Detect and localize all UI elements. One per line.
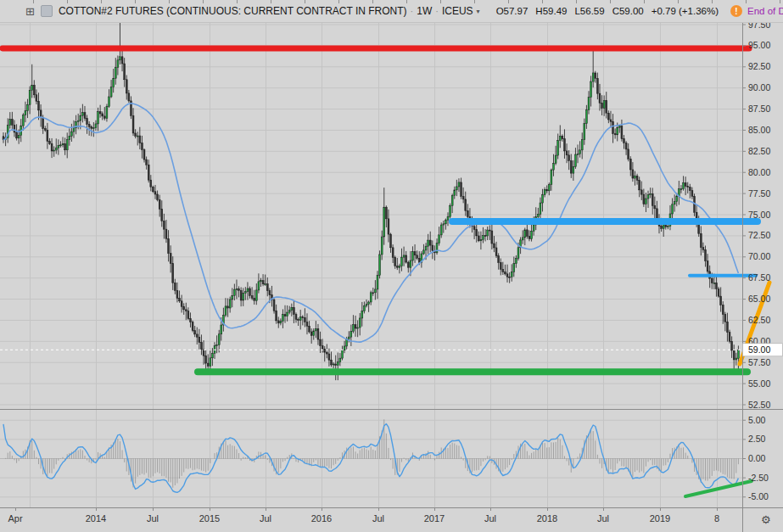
ohlc-close: C59.00: [612, 6, 644, 16]
time-tick-label: Jul: [372, 513, 384, 524]
add-symbol-icon[interactable]: ⊞: [25, 6, 35, 17]
time-tick-label: 2016: [311, 513, 332, 524]
end-of-day-label: End of Day: [747, 6, 783, 16]
price-tick-label: 92.50: [748, 61, 770, 71]
price-tick-label: 55.00: [748, 378, 770, 389]
series-color-icon[interactable]: [41, 5, 53, 17]
time-tick-label: 8: [714, 513, 719, 524]
price-tick-label: 75.00: [748, 210, 770, 220]
time-tick-label: Apr: [8, 513, 22, 524]
time-tick-label: Jul: [147, 513, 159, 524]
price-change: +0.79 (+1.36%): [652, 6, 719, 16]
legend-bar: ⊞ COTTON#2 FUTURES (CONTINUOUS: CURRENT …: [0, 0, 783, 23]
indicator-tick-label: 5.00: [748, 415, 766, 425]
resolution-label[interactable]: 1W: [417, 5, 432, 17]
symbol-title[interactable]: COTTON#2 FUTURES (CONTINUOUS: CURRENT CO…: [59, 5, 407, 17]
time-tick-label: 2018: [537, 513, 557, 524]
price-tick-label: 90.00: [748, 82, 770, 92]
ohlc-open: O57.97: [496, 6, 529, 16]
price-tick-label: 80.00: [748, 167, 770, 177]
indicator-tick-label: 0.00: [748, 453, 766, 463]
price-tick-label: 67.50: [748, 272, 770, 283]
price-tick-label: 57.50: [748, 357, 770, 367]
indicator-tick-label: -5.00: [748, 491, 769, 501]
price-tick-label: 62.50: [748, 315, 770, 325]
price-tick-label: 65.00: [748, 294, 770, 304]
time-tick-label: 2015: [199, 513, 220, 524]
price-tick-label: 77.50: [748, 188, 770, 199]
indicator-tick-label: -2.50: [748, 473, 769, 483]
separator-dot: ·: [411, 6, 414, 16]
alert-icon: !: [730, 5, 742, 17]
current-price-axis-label: 59.00: [743, 344, 783, 356]
price-tick-label: 85.00: [748, 125, 770, 135]
ohlc-low: L56.59: [574, 6, 604, 16]
end-of-day-badge[interactable]: ! End of Day: [730, 5, 783, 17]
price-tick-label: 72.50: [748, 230, 770, 240]
time-tick-label: 2017: [424, 513, 445, 524]
time-tick-label: 2014: [86, 513, 106, 524]
exchange-label[interactable]: ICEUS: [442, 5, 473, 17]
axis-settings-gear-icon[interactable]: ⚙: [761, 513, 771, 526]
price-tick-label: 52.50: [748, 400, 770, 410]
chart-canvas[interactable]: 97.5095.0092.5090.0087.5085.0082.5080.00…: [0, 0, 783, 532]
price-tick-label: 82.50: [748, 146, 770, 156]
indicator-tick-label: 2.50: [748, 434, 766, 444]
price-tick-label: 70.00: [748, 251, 770, 261]
trading-chart-window: 97.5095.0092.5090.0087.5085.0082.5080.00…: [0, 0, 783, 532]
ohlc-values: O57.97 H59.49 L56.59 C59.00 +0.79 (+1.36…: [496, 6, 719, 16]
time-tick-label: Jul: [597, 513, 609, 524]
ohlc-high: H59.49: [535, 6, 567, 16]
price-tick-label: 87.50: [748, 104, 770, 114]
price-tick-label: 95.00: [748, 40, 770, 50]
chevron-down-icon[interactable]: ▾: [477, 8, 480, 15]
current-price-text: 59.00: [748, 344, 770, 355]
time-tick-label: Jul: [260, 513, 271, 524]
separator-dot: ·: [435, 6, 439, 16]
time-tick-label: Jul: [484, 513, 496, 524]
time-tick-label: 2019: [650, 513, 670, 524]
